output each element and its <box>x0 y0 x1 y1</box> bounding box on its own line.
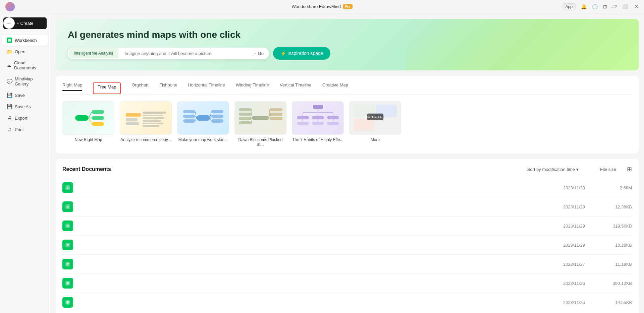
window-controls: — ⬜ ✕ <box>609 3 641 10</box>
hero-search-input[interactable] <box>119 48 247 59</box>
table-row[interactable]: 2023/11/29 12.38KB <box>62 197 632 216</box>
sidebar-label-saveas: Save As <box>15 104 31 109</box>
table-row[interactable]: 2023/11/29 10.28KB <box>62 236 632 255</box>
doc-icon <box>62 259 73 269</box>
sidebar-item-workbench[interactable]: Workbench <box>2 35 48 46</box>
sidebar-item-gallery[interactable]: 💬 MindMap Gallery <box>2 74 48 89</box>
go-button[interactable]: → Go <box>247 48 269 59</box>
template-card-ecommerce[interactable]: Analyze e-commerce copy... <box>120 101 172 147</box>
maximize-button[interactable]: ⬜ <box>620 3 630 10</box>
doc-date: 2023/11/29 <box>545 243 585 248</box>
doc-icon <box>62 297 73 308</box>
back-button[interactable]: ← <box>3 17 15 29</box>
table-row[interactable]: 2023/11/29 319.56KB <box>62 216 632 236</box>
template-label-habits: The 7 Habits of Highly Effe... <box>292 137 344 142</box>
doc-icon <box>62 240 73 250</box>
template-card-new-right-map[interactable]: New Right Map <box>62 101 114 147</box>
saveas-icon: 💾 <box>7 104 12 109</box>
svg-rect-2 <box>92 110 104 114</box>
content-area: AI generates mind maps with one click In… <box>50 13 644 313</box>
tab-winding-timeline[interactable]: Winding Timeline <box>236 82 269 94</box>
file-size-header: File size <box>589 167 616 172</box>
titlebar: Wondershare EdrawMind Pro App 🔔 🕐 ⊞ 🛡 — … <box>0 0 644 13</box>
view-toggle-button[interactable]: ⊞ <box>627 166 632 173</box>
svg-rect-18 <box>183 110 195 113</box>
app-button[interactable]: App <box>562 3 576 10</box>
template-label-new-right-map: New Right Map <box>62 137 114 142</box>
sidebar-item-open[interactable]: 📁 Open <box>2 46 48 57</box>
save-icon: 💾 <box>7 92 12 98</box>
svg-rect-53 <box>327 116 339 119</box>
template-card-work-stand[interactable]: Make your map work stan... <box>177 101 229 147</box>
svg-rect-13 <box>143 117 164 119</box>
doc-size: 11.18KB <box>605 262 632 267</box>
hero-input-wrapper: Intelligent file Analysis → Go <box>68 48 269 59</box>
grid-icon[interactable]: ⊞ <box>603 4 607 9</box>
doc-size: 14.55KB <box>605 300 632 305</box>
svg-rect-34 <box>239 121 252 124</box>
template-label-dawn: Dawn Blossoms Plucked at... <box>234 137 286 147</box>
sidebar-item-export[interactable]: 🖨 Export <box>2 113 48 123</box>
recent-section: Recent Documents Sort by modification ti… <box>56 159 639 313</box>
tab-tree-map[interactable]: Tree Map <box>93 82 121 94</box>
tab-fishbone[interactable]: Fishbone <box>159 82 177 94</box>
template-card-more[interactable]: 25W+Template → More <box>349 101 401 147</box>
svg-rect-51 <box>297 116 309 119</box>
svg-rect-20 <box>183 119 195 123</box>
doc-icon <box>62 278 73 289</box>
recent-title: Recent Documents <box>62 166 111 172</box>
doc-icon <box>62 221 73 231</box>
svg-rect-37 <box>270 117 282 120</box>
table-row[interactable]: 2023/11/27 11.18KB <box>62 255 632 274</box>
table-row[interactable]: 2023/11/26 390.10KB <box>62 274 632 293</box>
file-analysis-tab[interactable]: Intelligent file Analysis <box>68 48 118 58</box>
clock-icon[interactable]: 🕐 <box>592 4 598 9</box>
svg-rect-11 <box>143 112 166 114</box>
workbench-icon <box>7 38 12 43</box>
sidebar-label-save: Save <box>15 93 25 98</box>
doc-size: 2.68M <box>605 185 632 190</box>
template-thumb-more: 25W+Template → <box>349 101 401 135</box>
sidebar-item-cloud[interactable]: ☁ Cloud Documents <box>2 58 48 73</box>
svg-rect-9 <box>126 118 138 121</box>
sidebar-item-print[interactable]: 🖨 Print <box>2 124 48 135</box>
sidebar-item-save[interactable]: 💾 Save <box>2 90 48 101</box>
svg-rect-8 <box>126 113 141 117</box>
bell-icon[interactable]: 🔔 <box>581 4 587 9</box>
close-button[interactable]: ✕ <box>633 3 641 10</box>
inspiration-button[interactable]: ⚡ Inspiration space <box>273 47 330 60</box>
tab-horizontal-timeline[interactable]: Horizontal Timeline <box>188 82 225 94</box>
template-thumb-dawn <box>234 101 286 135</box>
doc-date: 2023/11/27 <box>545 262 585 267</box>
doc-icon <box>62 182 73 193</box>
content-inner: AI generates mind maps with one click In… <box>50 19 644 313</box>
template-card-dawn[interactable]: Dawn Blossoms Plucked at... <box>234 101 286 147</box>
template-tabs: Right Map Tree Map Orgchart Fishbone Hor… <box>62 82 632 95</box>
table-row[interactable]: 2023/11/25 14.55KB <box>62 293 632 312</box>
tab-vertical-timeline[interactable]: Vertical Timeline <box>280 82 312 94</box>
avatar[interactable] <box>5 2 15 11</box>
svg-rect-21 <box>211 110 223 113</box>
svg-line-29 <box>210 118 211 121</box>
template-grid: New Right Map <box>62 101 632 147</box>
doc-size: 319.56KB <box>605 224 632 229</box>
template-thumb-work-stand <box>177 101 229 135</box>
svg-rect-36 <box>270 113 282 116</box>
tab-right-map[interactable]: Right Map <box>62 82 82 94</box>
minimize-button[interactable]: — <box>609 3 618 10</box>
tab-orgchart[interactable]: Orgchart <box>131 82 149 94</box>
svg-rect-17 <box>197 115 210 121</box>
pro-badge: Pro <box>343 4 353 9</box>
template-card-habits[interactable]: The 7 Habits of Highly Effe... <box>292 101 344 147</box>
main-layout: + Create Workbench 📁 Open ☁ Cloud Docume… <box>0 13 644 313</box>
sidebar-label-export: Export <box>15 116 28 121</box>
svg-rect-22 <box>211 115 223 118</box>
svg-rect-16 <box>143 125 159 127</box>
svg-rect-57 <box>297 122 309 125</box>
sort-dropdown[interactable]: Sort by modification time ▾ <box>527 167 579 172</box>
table-row[interactable]: 2023/11/30 2.68M <box>62 178 632 197</box>
doc-date: 2023/11/29 <box>545 224 585 229</box>
tab-creative-map[interactable]: Creative Map <box>322 82 348 94</box>
sidebar-item-saveas[interactable]: 💾 Save As <box>2 101 48 112</box>
hero-input-row: Intelligent file Analysis → Go ⚡ Inspira… <box>68 47 627 60</box>
